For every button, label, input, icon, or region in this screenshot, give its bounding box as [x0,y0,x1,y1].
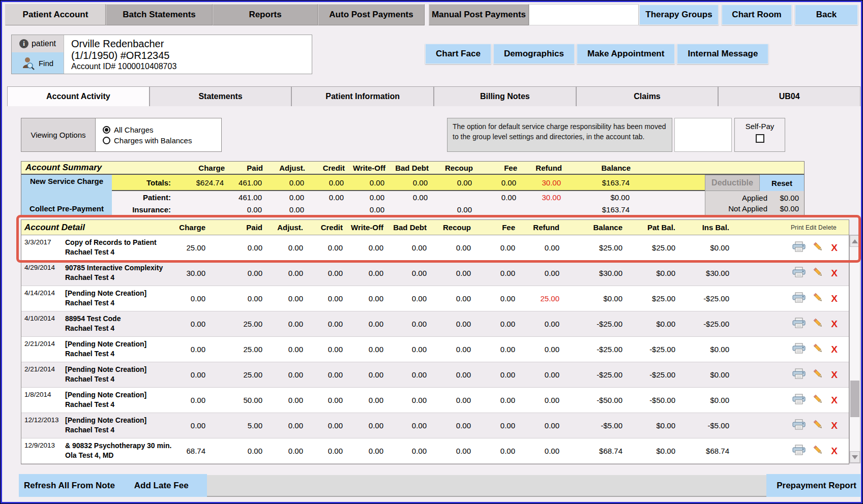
internal-message-button[interactable]: Internal Message [677,44,768,64]
edit-pencil-icon[interactable] [813,318,824,331]
self-pay-checkbox[interactable] [756,134,764,143]
detail-value-recoup: 0.00 [433,370,477,379]
edit-pencil-icon[interactable] [813,419,824,432]
edit-pencil-icon[interactable] [813,394,824,407]
scroll-down-button[interactable] [850,451,860,463]
patient-account-id: Account ID# 1000010408703 [71,62,176,71]
demographics-button[interactable]: Demographics [493,44,575,64]
scroll-up-button[interactable] [850,235,860,247]
edit-pencil-icon[interactable] [813,343,824,356]
empty-field [674,118,732,152]
arrow-up-icon [852,239,858,243]
delete-x-icon[interactable]: X [831,319,838,329]
detail-value-write-off: 0.00 [349,294,390,303]
print-icon[interactable] [792,445,806,458]
radio-option-charges-with-balances[interactable]: Charges with Balances [103,136,221,145]
deductible-applied-row: Applied$0.00 [705,194,804,202]
chart-face-button[interactable]: Chart Face [425,44,491,64]
scrollbar-thumb[interactable] [850,381,859,417]
delete-x-icon[interactable]: X [831,243,838,253]
delete-x-icon[interactable]: X [831,344,838,354]
tab-billing-notes[interactable]: Billing Notes [434,86,576,106]
deductible-row-label: Not Applied [711,204,767,213]
top-tab-patient-account[interactable]: Patient Account [5,4,106,25]
detail-col-credit: Credit [309,223,349,232]
tab-account-activity[interactable]: Account Activity [7,86,150,106]
delete-x-icon[interactable]: X [831,446,838,456]
detail-value-paid: 50.00 [212,396,269,404]
table-row: 4/14/2014[Pending Note Creation]Rachael … [21,286,849,311]
deductible-button[interactable]: Deductible [705,175,760,191]
summary-col-bad-debt: Bad Debt [392,164,435,172]
detail-value-adjust: 0.00 [269,294,309,303]
patient-dob-chart-number: (1/1/1950) #OR12345 [71,50,176,61]
detail-scrollbar[interactable] [849,235,860,463]
tab-ub04[interactable]: UB04 [718,86,860,106]
print-icon[interactable] [792,318,806,331]
summary-value-credit: 0.00 [310,193,350,202]
detail-value-fee: 0.00 [477,294,521,303]
back-button[interactable]: Back [795,5,858,25]
detail-row-description: 90785 Interactive ComplexityRachael Test… [65,261,175,286]
radio-unselected-icon[interactable] [103,137,110,144]
prepayment-report-button[interactable]: Prepayment Report [766,474,860,497]
detail-col-actions: Print Edit Delete [735,224,850,231]
delete-x-icon[interactable]: X [831,395,838,405]
radio-option-all-charges[interactable]: All Charges [103,125,221,134]
new-service-charge-button[interactable]: New Service Charge [21,177,112,185]
summary-value-recoup: 0.00 [434,205,478,214]
top-tab-batch-statements[interactable]: Batch Statements [106,4,213,25]
top-tab-auto-post-payments[interactable]: Auto Post Payments [318,4,425,25]
detail-value-recoup: 0.00 [433,396,477,404]
chart-room-button[interactable]: Chart Room [722,5,792,25]
print-icon[interactable] [792,419,806,432]
detail-service-description: [Pending Note Creation] [65,390,175,400]
edit-pencil-icon[interactable] [813,445,824,458]
detail-value-credit: 0.00 [309,269,349,277]
detail-row-actions: X [735,235,850,260]
print-icon[interactable] [792,394,806,407]
refresh-all-from-note-button[interactable]: Refresh All From Note [24,481,115,491]
print-icon[interactable] [792,267,806,280]
tab-statements[interactable]: Statements [150,86,292,106]
add-late-fee-button[interactable]: Add Late Fee [134,481,189,491]
detail-row-description: & 90832 Psychotherapy 30 min.Ola Test 4,… [65,438,175,463]
delete-x-icon[interactable]: X [831,421,838,430]
detail-value-charge: 0.00 [175,345,212,354]
radio-selected-icon[interactable] [103,126,110,134]
delete-x-icon[interactable]: X [831,294,838,303]
detail-value-bad-debt: 0.00 [390,320,433,328]
patient-info-cell[interactable]: i patient [12,35,64,52]
edit-pencil-icon[interactable] [813,292,824,305]
detail-row-description: [Pending Note Creation]Rachael Test 4 [65,286,175,311]
tab-claims[interactable]: Claims [576,86,719,106]
detail-value-adjust: 0.00 [269,396,309,404]
detail-value-pat-bal: $0.00 [629,447,681,455]
delete-x-icon[interactable]: X [831,370,838,380]
top-tab-manual-post-payments[interactable]: Manual Post Payments [429,4,529,25]
find-patient-button[interactable]: Find [12,52,64,74]
summary-col-write-off: Write-Off [351,164,392,172]
make-appointment-button[interactable]: Make Appointment [577,44,675,64]
print-icon[interactable] [792,241,806,255]
edit-pencil-icon[interactable] [813,267,824,280]
detail-value-balance: $25.00 [566,243,629,252]
therapy-groups-button[interactable]: Therapy Groups [639,5,719,25]
tab-patient-information[interactable]: Patient Information [291,86,434,106]
detail-value-credit: 0.00 [309,243,349,252]
self-pay-box: Self-Pay [734,118,785,152]
detail-col-paid: Paid [212,223,269,232]
table-row: 12/12/2013[Pending Note Creation]Rachael… [21,413,849,438]
edit-pencil-icon[interactable] [813,241,824,255]
top-tab-reports[interactable]: Reports [213,4,318,25]
detail-value-refund: 0.00 [521,320,566,328]
reset-button[interactable]: Reset [760,175,804,191]
print-icon[interactable] [792,292,806,305]
app-frame: Patient AccountBatch StatementsReportsAu… [1,1,862,503]
delete-x-icon[interactable]: X [831,268,838,278]
print-icon[interactable] [792,343,806,356]
detail-value-pat-bal: -$25.00 [629,345,681,354]
edit-pencil-icon[interactable] [813,368,824,382]
print-icon[interactable] [792,368,806,382]
collect-pre-payment-button[interactable]: Collect Pre-Payment [21,204,112,213]
